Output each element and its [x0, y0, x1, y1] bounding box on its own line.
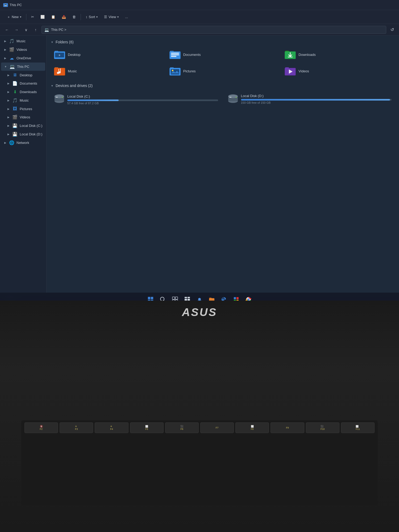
videos-icon: 🎬: [9, 47, 14, 52]
devices-grid: Local Disk (C:) 57.4 GB free of 87.2 GB: [51, 91, 395, 108]
key-f9[interactable]: F9: [271, 422, 304, 433]
svg-rect-40: [151, 297, 153, 299]
folder-desktop[interactable]: ≡ Desktop: [51, 47, 164, 62]
cut-button[interactable]: ✂: [28, 13, 37, 20]
sidebar-arrow: ▶: [4, 48, 6, 51]
pictures-folder-icon: [169, 66, 181, 76]
devices-toggle[interactable]: ▼: [51, 84, 53, 87]
svg-point-38: [236, 97, 237, 98]
keyboard-row-fn: 🔇F2 ✳F3 ☀F4 ⬜F5 ⬛F6 F7 ⬜F8 F9: [21, 420, 378, 433]
sidebar-item-this-pc[interactable]: ▼ 💻 This PC: [1, 63, 45, 71]
nav-up-button[interactable]: ↑: [32, 26, 39, 34]
drive-c-progress: [67, 99, 218, 101]
drive-d-header: Local Disk (D:) 150 GB free of 150 GB: [228, 94, 392, 104]
paste-button[interactable]: 📋: [48, 13, 58, 20]
local-d-icon: 💾: [12, 132, 18, 137]
sidebar-item-local-c[interactable]: ▶ 💾 Local Disk (C:): [1, 122, 45, 130]
laptop-body: ASUS 🔇F2 ✳F3 ☀F4 ⬜F5 ⬛F6 F7 ⬜F8: [0, 301, 399, 532]
folder-videos[interactable]: Videos: [281, 64, 395, 78]
drive-d[interactable]: Local Disk (D:) 150 GB free of 150 GB: [225, 91, 395, 108]
downloads-folder-icon: [285, 50, 296, 59]
music-icon: 🎵: [9, 39, 14, 44]
refresh-button[interactable]: ↺: [388, 26, 396, 34]
sidebar-arrow: ▶: [7, 107, 10, 110]
sidebar-arrow: ▶: [7, 99, 10, 102]
share-button[interactable]: 📤: [59, 13, 69, 20]
sidebar-arrow: ▶: [4, 57, 6, 60]
sidebar-item-pictures[interactable]: ▶ 🖼 Pictures: [1, 105, 45, 113]
svg-rect-56: [236, 297, 239, 299]
sidebar-item-local-d[interactable]: ▶ 💾 Local Disk (D:): [1, 130, 45, 138]
sidebar-item-onedrive[interactable]: ▶ ☁ OneDrive: [1, 54, 45, 62]
folders-toggle[interactable]: ▼: [51, 41, 53, 44]
keyboard-area: 🔇F2 ✳F3 ☀F4 ⬜F5 ⬛F6 F7 ⬜F8 F9: [21, 420, 378, 505]
svg-point-53: [198, 298, 201, 301]
svg-rect-9: [171, 54, 179, 55]
key-f7[interactable]: F7: [200, 422, 234, 433]
view-icon: ☰: [104, 15, 107, 19]
svg-point-61: [248, 299, 250, 301]
sidebar-arrow: ▶: [7, 116, 10, 119]
sort-button[interactable]: ↕ Sort ▾: [83, 13, 100, 20]
key-f6[interactable]: ⬛F6: [165, 422, 199, 433]
drive-c-progress-bar: [67, 99, 119, 101]
nav-dropdown-button[interactable]: ∨: [22, 26, 30, 34]
sidebar-item-videos-2[interactable]: ▶ 🎬 Videos: [1, 113, 45, 121]
copy-icon: ⬜: [40, 15, 45, 19]
new-chevron-icon: ▾: [20, 15, 21, 18]
screen: 💻 This PC ＋ New ▾ ✂ ⬜ 📋 📤 🗑 ↕ Sort ▾: [0, 0, 399, 301]
address-bar-row: ← → ∨ ↑ 💻 This PC > ↺: [0, 24, 399, 36]
sidebar-arrow: ▶: [4, 141, 6, 144]
new-button[interactable]: ＋ New ▾: [4, 13, 24, 21]
share-icon: 📤: [62, 15, 66, 19]
devices-section-label: Devices and drives (2): [56, 84, 93, 88]
drive-d-progress: [241, 99, 392, 101]
view-button[interactable]: ☰ View ▾: [101, 13, 121, 20]
documents-icon: 📄: [12, 81, 18, 86]
network-icon: 🌐: [9, 140, 14, 145]
svg-point-24: [172, 70, 173, 71]
sidebar-item-downloads[interactable]: ▶ ⬇ Downloads: [1, 88, 45, 96]
delete-icon: 🗑: [72, 15, 76, 19]
sidebar-item-documents[interactable]: ▶ 📄 Documents: [1, 79, 45, 88]
sidebar-item-music[interactable]: ▶ 🎵 Music: [1, 37, 45, 45]
folder-documents[interactable]: Documents: [166, 47, 280, 62]
sidebar-item-music-2[interactable]: ▶ 🎵 Music: [1, 96, 45, 105]
nav-forward-button[interactable]: →: [13, 26, 20, 34]
sidebar-item-desktop[interactable]: ▶ 🖥 Desktop: [1, 71, 45, 79]
sidebar-arrow: ▶: [7, 74, 10, 77]
key-f2[interactable]: 🔇F2: [24, 422, 58, 433]
svg-point-19: [59, 71, 61, 73]
key-f3[interactable]: ✳F3: [60, 422, 93, 433]
folder-pictures[interactable]: Pictures: [166, 64, 280, 78]
key-f11[interactable]: ⬜F11: [341, 422, 375, 433]
nav-back-button[interactable]: ←: [3, 26, 11, 34]
folders-section-header: ▼ Folders (6): [51, 40, 395, 44]
sidebar-item-videos[interactable]: ▶ 🎬 Videos: [1, 45, 45, 54]
drive-c[interactable]: Local Disk (C:) 57.4 GB free of 87.2 GB: [51, 91, 221, 108]
key-f4[interactable]: ☀F4: [95, 422, 128, 433]
sidebar-item-network[interactable]: ▶ 🌐 Network: [1, 139, 45, 147]
laptop-brand-text: ASUS: [0, 301, 399, 319]
drive-c-info: Local Disk (C:) 57.4 GB free of 87.2 GB: [67, 94, 218, 105]
more-button[interactable]: ...: [122, 13, 131, 20]
pictures-icon: 🖼: [12, 106, 18, 111]
desktop-icon: 🖥: [12, 73, 18, 77]
folder-downloads[interactable]: Downloads: [281, 47, 395, 62]
svg-rect-46: [175, 297, 178, 299]
svg-point-33: [62, 97, 63, 98]
main-area: ▶ 🎵 Music ▶ 🎬 Videos ▶ ☁ OneDrive ▼ 💻 Th…: [0, 36, 399, 293]
copy-button[interactable]: ⬜: [38, 13, 47, 20]
delete-button[interactable]: 🗑: [70, 13, 78, 20]
address-box[interactable]: 💻 This PC >: [41, 26, 386, 34]
devices-section-header: ▼ Devices and drives (2): [51, 84, 395, 88]
key-f8[interactable]: ⬜F8: [235, 422, 269, 433]
key-f10[interactable]: ⬛F10: [306, 422, 339, 433]
key-f5[interactable]: ⬜F5: [130, 422, 164, 433]
drive-d-icon: [228, 94, 238, 104]
folder-music[interactable]: Music: [51, 64, 164, 78]
this-pc-icon: 💻: [10, 64, 15, 69]
toolbar: ＋ New ▾ ✂ ⬜ 📋 📤 🗑 ↕ Sort ▾ ☰ View ▾: [0, 10, 399, 24]
drive-d-info: Local Disk (D:) 150 GB free of 150 GB: [241, 94, 392, 104]
music-folder-icon: [54, 66, 65, 76]
